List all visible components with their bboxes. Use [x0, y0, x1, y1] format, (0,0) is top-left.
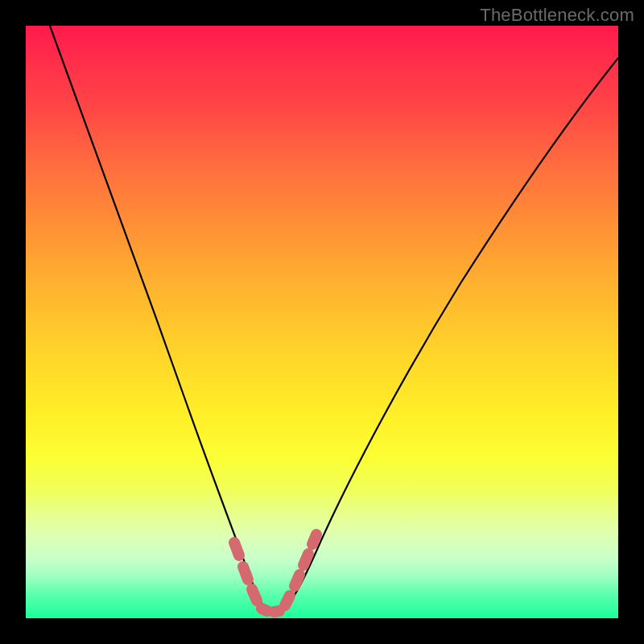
chart-plot-area: [26, 26, 618, 618]
chart-svg-layer: [26, 26, 618, 618]
valley-highlight: [234, 535, 316, 612]
chart-frame: TheBottleneck.com: [0, 0, 644, 644]
bottleneck-curve: [50, 26, 618, 613]
watermark-text: TheBottleneck.com: [480, 5, 634, 26]
